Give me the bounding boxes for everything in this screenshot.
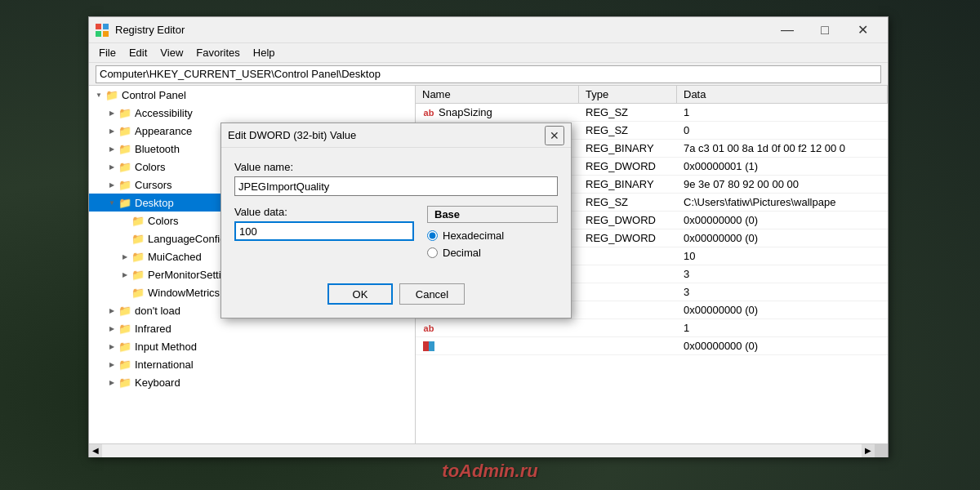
value-data: C:\Users\fatiw\Pictures\wallpape bbox=[677, 196, 888, 208]
value-data: 3 bbox=[677, 268, 888, 280]
tree-label-colors-top: Colors bbox=[135, 161, 166, 173]
value-row-13[interactable]: 0x00000000 (0) bbox=[416, 337, 888, 355]
value-type: REG_DWORD bbox=[579, 232, 677, 244]
menu-help[interactable]: Help bbox=[247, 45, 282, 60]
tree-label-international: International bbox=[135, 359, 194, 371]
radio-dec-input[interactable] bbox=[427, 247, 438, 258]
scroll-track bbox=[102, 444, 862, 457]
minimize-button[interactable]: — bbox=[768, 17, 806, 43]
radio-hex-input[interactable] bbox=[427, 230, 438, 241]
folder-icon-langconfig: 📁 bbox=[131, 232, 145, 245]
radio-decimal[interactable]: Decimal bbox=[427, 247, 558, 259]
window-title: Registry Editor bbox=[115, 24, 768, 36]
tree-label-accessibility: Accessibility bbox=[135, 107, 193, 119]
folder-icon-accessibility: 📁 bbox=[118, 106, 131, 119]
value-data: 0 bbox=[677, 124, 888, 136]
expander-keyboard: ▶ bbox=[105, 376, 118, 389]
close-button[interactable]: ✕ bbox=[844, 17, 881, 43]
value-data: 0x00000000 (0) bbox=[677, 304, 888, 316]
radio-hexadecimal[interactable]: Hexadecimal bbox=[427, 229, 558, 242]
scroll-corner bbox=[875, 444, 888, 457]
folder-icon-desktop: 📁 bbox=[118, 196, 131, 209]
expander-cursors: ▶ bbox=[105, 178, 118, 191]
expander-bluetooth: ▶ bbox=[105, 142, 118, 155]
value-name-input[interactable] bbox=[234, 176, 558, 196]
base-section: Base Hexadecimal Decimal bbox=[427, 206, 558, 264]
tree-item-infrared[interactable]: ▶ 📁 Infrared bbox=[89, 319, 415, 337]
expander-dontload: ▶ bbox=[105, 304, 118, 317]
expander-permonitor: ▶ bbox=[118, 268, 131, 281]
values-header: Name Type Data bbox=[416, 86, 888, 104]
expander-accessibility: ▶ bbox=[105, 106, 118, 119]
folder-icon-colors-sub: 📁 bbox=[131, 214, 145, 227]
value-type: REG_SZ bbox=[579, 124, 677, 136]
expander-colors-sub bbox=[118, 214, 131, 227]
value-name: SnapSizing bbox=[439, 106, 492, 118]
folder-icon-permonitor: 📁 bbox=[131, 268, 145, 281]
folder-icon-infrared: 📁 bbox=[118, 322, 131, 335]
value-data: 7a c3 01 00 8a 1d 0f 00 f2 12 00 0 bbox=[677, 142, 888, 154]
menu-favorites[interactable]: Favorites bbox=[189, 45, 246, 60]
folder-icon-cursors: 📁 bbox=[118, 178, 131, 191]
dialog-body: Value name: Value data: Base Hexadecimal bbox=[221, 148, 571, 277]
col-header-name: Name bbox=[416, 86, 579, 103]
tree-item-international[interactable]: ▶ 📁 International bbox=[89, 355, 415, 373]
address-input[interactable] bbox=[96, 65, 881, 83]
folder-icon-colors-top: 📁 bbox=[118, 160, 131, 173]
edit-dword-dialog: Edit DWORD (32-bit) Value ✕ Value name: … bbox=[220, 122, 572, 318]
tree-label-keyboard: Keyboard bbox=[135, 376, 180, 389]
tree-label-dontload: don't load bbox=[135, 305, 180, 317]
col-header-data: Data bbox=[677, 86, 888, 103]
value-data: 1 bbox=[677, 106, 888, 118]
value-type: REG_BINARY bbox=[579, 142, 677, 154]
maximize-button[interactable]: □ bbox=[806, 17, 844, 43]
tree-label-control-panel: Control Panel bbox=[122, 89, 186, 101]
expander-control-panel: ▼ bbox=[92, 88, 105, 101]
cancel-button[interactable]: Cancel bbox=[399, 283, 465, 305]
expander-colors-top: ▶ bbox=[105, 160, 118, 173]
folder-icon-windowmetrics: 📁 bbox=[131, 286, 145, 299]
expander-desktop: ▼ bbox=[105, 196, 118, 209]
radio-dec-label: Decimal bbox=[443, 247, 481, 259]
dialog-title: Edit DWORD (32-bit) Value bbox=[228, 129, 545, 141]
menu-edit[interactable]: Edit bbox=[122, 45, 154, 60]
ok-button[interactable]: OK bbox=[327, 283, 393, 305]
expander-langconfig bbox=[118, 232, 131, 245]
address-bar bbox=[89, 63, 888, 86]
tree-item-keyboard[interactable]: ▶ 📁 Keyboard bbox=[89, 373, 415, 391]
value-row-snapsizing[interactable]: ab SnapSizing REG_SZ 1 bbox=[416, 104, 888, 122]
scroll-right-btn[interactable]: ▶ bbox=[862, 444, 875, 457]
expander-appearance: ▶ bbox=[105, 124, 118, 137]
tree-label-inputmethod: Input Method bbox=[135, 341, 197, 353]
tree-item-inputmethod[interactable]: ▶ 📁 Input Method bbox=[89, 337, 415, 355]
menu-bar: File Edit View Favorites Help bbox=[89, 43, 888, 63]
menu-file[interactable]: File bbox=[92, 45, 122, 60]
menu-view[interactable]: View bbox=[154, 45, 189, 60]
folder-icon-dontload: 📁 bbox=[118, 304, 131, 317]
value-type: REG_SZ bbox=[579, 196, 677, 208]
value-data: 3 bbox=[677, 286, 888, 298]
h-scroll-bar: ◀ ▶ bbox=[89, 443, 888, 457]
dialog-close-button[interactable]: ✕ bbox=[545, 126, 564, 145]
expander-inputmethod: ▶ bbox=[105, 340, 118, 353]
value-data: 9e 3e 07 80 92 00 00 00 bbox=[677, 178, 888, 190]
value-data: 10 bbox=[677, 250, 888, 262]
tree-item-control-panel[interactable]: ▼ 📁 Control Panel bbox=[89, 86, 415, 104]
folder-icon-bluetooth: 📁 bbox=[118, 142, 131, 155]
value-data-section: Value data: bbox=[234, 206, 414, 264]
scroll-left-btn[interactable]: ◀ bbox=[89, 444, 102, 457]
value-data-input[interactable] bbox=[234, 221, 414, 241]
watermark: toAdmin.ru bbox=[442, 461, 537, 482]
value-name-label: Value name: bbox=[234, 161, 558, 173]
folder-icon: 📁 bbox=[105, 88, 118, 101]
expander-international: ▶ bbox=[105, 358, 118, 371]
tree-label-windowmetrics: WindowMetrics bbox=[148, 287, 220, 299]
dialog-title-bar: Edit DWORD (32-bit) Value ✕ bbox=[221, 123, 571, 148]
svg-rect-2 bbox=[96, 31, 101, 37]
tree-label-bluetooth: Bluetooth bbox=[135, 143, 180, 155]
tree-item-accessibility[interactable]: ▶ 📁 Accessibility bbox=[89, 104, 415, 122]
tree-label-appearance: Appearance bbox=[135, 125, 192, 137]
tree-label-muicached: MuiCached bbox=[148, 251, 202, 263]
value-row-12[interactable]: ab 1 bbox=[416, 319, 888, 337]
dialog-row: Value data: Base Hexadecimal Decimal bbox=[234, 206, 558, 264]
